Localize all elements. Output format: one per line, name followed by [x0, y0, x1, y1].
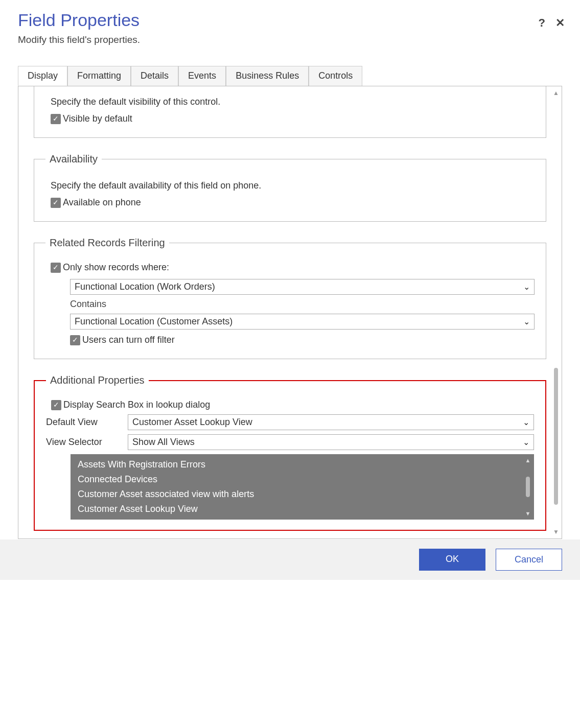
available-on-phone-checkbox[interactable] [51, 198, 61, 208]
view-selector-select[interactable]: Show All Views ⌄ [128, 434, 534, 450]
filter-parent-select[interactable]: Functional Location (Work Orders) ⌄ [70, 279, 535, 295]
default-view-select[interactable]: Customer Asset Lookup View ⌄ [128, 414, 534, 430]
users-turn-off-filter-checkbox[interactable] [70, 335, 80, 345]
tab-details[interactable]: Details [131, 66, 178, 86]
chevron-down-icon: ⌄ [523, 317, 530, 326]
tabs-bar: Display Formatting Details Events Busine… [18, 66, 580, 86]
cancel-button[interactable]: Cancel [496, 549, 562, 571]
view-selector-label: View Selector [46, 437, 128, 448]
default-view-label: Default View [46, 417, 128, 428]
available-on-phone-label: Available on phone [63, 197, 141, 208]
display-search-box-label: Display Search Box in lookup dialog [63, 400, 210, 410]
list-item[interactable]: Connected Devices [71, 472, 534, 487]
scroll-thumb[interactable] [554, 368, 558, 505]
scroll-up-icon[interactable]: ▲ [525, 457, 531, 463]
tab-events[interactable]: Events [178, 66, 226, 86]
users-turn-off-filter-label: Users can turn off filter [82, 335, 175, 345]
scroll-down-icon[interactable]: ▼ [553, 528, 559, 535]
tab-display[interactable]: Display [18, 66, 67, 86]
dialog-footer: OK Cancel [0, 539, 580, 580]
views-listbox[interactable]: Assets With Registration Errors Connecte… [71, 454, 534, 520]
availability-description: Specify the default availability of this… [51, 180, 535, 191]
scroll-thumb[interactable] [526, 477, 530, 497]
availability-legend: Availability [45, 153, 102, 165]
filter-child-select[interactable]: Functional Location (Customer Assets) ⌄ [70, 314, 535, 330]
tab-formatting[interactable]: Formatting [67, 66, 131, 86]
display-search-box-checkbox[interactable] [51, 400, 61, 410]
view-selector-value: Show All Views [132, 437, 195, 448]
scroll-down-icon[interactable]: ▼ [525, 510, 531, 516]
list-item[interactable]: Customer Asset Lookup View [71, 502, 534, 516]
ok-button[interactable]: OK [419, 549, 485, 571]
additional-properties-fieldset: Additional Properties Display Search Box… [34, 374, 546, 531]
tab-business-rules[interactable]: Business Rules [226, 66, 309, 86]
visibility-fieldset: Specify the default visibility of this c… [34, 86, 546, 138]
list-item[interactable]: Assets With Registration Errors [71, 457, 534, 472]
dialog-subtitle: Modify this field's properties. [18, 34, 562, 45]
scroll-up-icon[interactable]: ▲ [553, 89, 559, 97]
chevron-down-icon: ⌄ [523, 437, 529, 447]
tab-content: Specify the default visibility of this c… [18, 86, 562, 539]
chevron-down-icon: ⌄ [523, 417, 529, 427]
visible-by-default-label: Visible by default [63, 113, 132, 124]
help-icon[interactable]: ? [539, 16, 545, 30]
related-filtering-legend: Related Records Filtering [45, 237, 169, 249]
related-records-filtering-fieldset: Related Records Filtering Only show reco… [34, 237, 546, 359]
additional-properties-legend: Additional Properties [46, 374, 149, 386]
filter-parent-select-value: Functional Location (Work Orders) [75, 281, 215, 292]
only-show-records-label: Only show records where: [63, 262, 169, 273]
contains-label: Contains [70, 299, 535, 310]
dialog-header: Field Properties Modify this field's pro… [0, 0, 580, 45]
only-show-records-checkbox[interactable] [51, 263, 61, 273]
listbox-scrollbar[interactable]: ▲ ▼ [524, 457, 532, 516]
list-item[interactable]: Customer Asset associated view with aler… [71, 487, 534, 502]
close-icon[interactable]: ✕ [555, 16, 565, 30]
visibility-description: Specify the default visibility of this c… [51, 97, 535, 107]
availability-fieldset: Availability Specify the default availab… [34, 153, 546, 222]
filter-child-select-value: Functional Location (Customer Assets) [75, 316, 233, 327]
chevron-down-icon: ⌄ [523, 282, 530, 292]
default-view-value: Customer Asset Lookup View [132, 417, 252, 428]
scroll-track[interactable] [554, 99, 558, 526]
visible-by-default-checkbox[interactable] [51, 114, 61, 124]
dialog-title: Field Properties [18, 10, 562, 30]
tab-controls[interactable]: Controls [309, 66, 362, 86]
content-scrollbar[interactable]: ▲ ▼ [550, 86, 562, 538]
